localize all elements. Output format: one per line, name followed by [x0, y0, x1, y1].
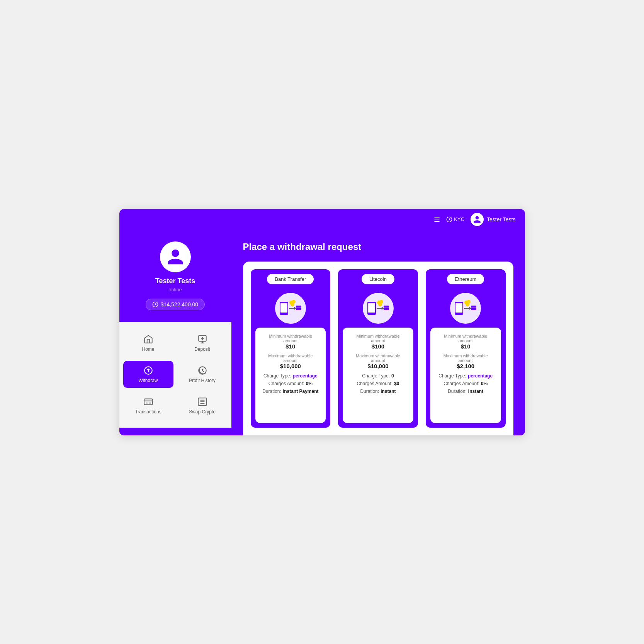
menu-icon[interactable]: ☰	[434, 215, 440, 224]
bank-transfer-image	[251, 289, 331, 328]
top-user-avatar	[471, 213, 484, 226]
ethereum-tab[interactable]: Ethereum	[447, 274, 484, 284]
svg-rect-14	[368, 303, 375, 313]
user-avatar	[160, 241, 191, 272]
svg-rect-8	[280, 303, 287, 313]
content-area: Place a withdrawal request Bank Transfer	[231, 230, 525, 435]
ltc-duration: Duration: Instant	[349, 389, 407, 394]
svg-point-23	[466, 302, 469, 306]
sidebar-item-withdraw[interactable]: Withdraw	[123, 361, 173, 388]
sidebar-item-withdraw-label: Withdraw	[138, 378, 158, 383]
svg-rect-5	[144, 399, 153, 405]
top-user-name: Tester Tests	[487, 216, 515, 223]
user-info-top: Tester Tests	[471, 213, 515, 226]
bt-max-row: Maximum withdrawable amount $10,000	[262, 353, 320, 369]
litecoin-image	[338, 289, 418, 328]
sidebar-item-profit-history[interactable]: Profit History	[177, 361, 228, 388]
ethereum-icon	[450, 293, 481, 324]
svg-point-11	[291, 302, 294, 306]
kyc-label: KYC	[454, 216, 464, 222]
bt-duration: Duration: Instant Payment	[262, 389, 320, 394]
litecoin-card: Litecoin	[338, 269, 418, 428]
balance-badge: $14,522,400.00	[146, 299, 205, 310]
eth-charge-type: Charge Type: percentage	[437, 373, 495, 379]
sidebar-item-profit-history-label: Profit History	[189, 378, 216, 383]
sidebar-item-home[interactable]: Home	[123, 330, 173, 357]
ltc-max-row: Maximum withdrawable amount $10,000	[349, 353, 407, 369]
litecoin-tab[interactable]: Litecoin	[362, 274, 394, 284]
bank-transfer-card: Bank Transfer	[251, 269, 331, 428]
sidebar-item-deposit[interactable]: Deposit	[177, 330, 228, 357]
balance-amount: $14,522,400.00	[161, 301, 198, 308]
eth-max-row: Maximum withdrawable amount $2,100	[437, 353, 495, 369]
sidebar-nav: Home Deposit Wi	[119, 322, 231, 428]
sidebar-item-transactions-label: Transactions	[135, 409, 161, 415]
sidebar-item-deposit-label: Deposit	[194, 347, 210, 352]
eth-charges-amount: Charges Amount: 0%	[437, 381, 495, 386]
sidebar: Tester Tests online $14,522,400.00 Home	[119, 230, 231, 435]
litecoin-details: Minimum withdrawable amount $100 Maximum…	[343, 328, 413, 423]
svg-rect-20	[455, 303, 462, 313]
main-layout: Tester Tests online $14,522,400.00 Home	[119, 230, 525, 435]
bt-charge-type: Charge Type: percentage	[262, 373, 320, 379]
litecoin-icon	[363, 293, 394, 324]
top-bar: ☰ KYC Tester Tests	[119, 209, 525, 230]
bt-min-row: Minimum withdrawable amount $10	[262, 334, 320, 350]
sidebar-item-swap-crypto-label: Swap Crypto	[189, 409, 216, 415]
bank-transfer-tab[interactable]: Bank Transfer	[267, 274, 314, 284]
bank-transfer-details: Minimum withdrawable amount $10 Maximum …	[255, 328, 326, 423]
ethereum-card: Ethereum	[426, 269, 506, 428]
sidebar-item-swap-crypto[interactable]: Swap Crypto	[177, 392, 228, 419]
kyc-badge[interactable]: KYC	[446, 216, 464, 223]
ltc-charge-type: Charge Type: 0	[349, 373, 407, 379]
cards-container: Bank Transfer	[243, 262, 513, 435]
ethereum-image	[426, 289, 506, 328]
page-title: Place a withdrawal request	[243, 241, 513, 252]
eth-duration: Duration: Instant	[437, 389, 495, 394]
ltc-min-row: Minimum withdrawable amount $100	[349, 334, 407, 350]
ltc-charges-amount: Charges Amount: $0	[349, 381, 407, 386]
app-container: ☰ KYC Tester Tests Tester Tests online $…	[119, 209, 525, 435]
sidebar-user-status: online	[168, 287, 182, 292]
sidebar-user-name: Tester Tests	[155, 277, 195, 285]
sidebar-item-transactions[interactable]: Transactions	[123, 392, 173, 419]
svg-point-17	[378, 302, 382, 306]
sidebar-item-home-label: Home	[142, 347, 154, 352]
bank-transfer-icon	[275, 293, 306, 324]
bt-charges-amount: Charges Amount: 0%	[262, 381, 320, 386]
eth-min-row: Minimum withdrawable amount $10	[437, 334, 495, 350]
ethereum-details: Minimum withdrawable amount $10 Maximum …	[430, 328, 501, 423]
